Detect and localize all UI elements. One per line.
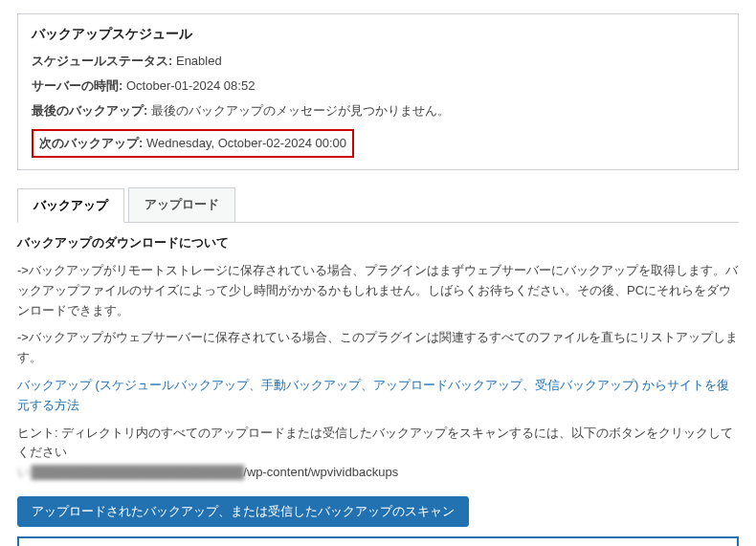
header-backup: バックアップ (54, 537, 207, 546)
section-title: バックアップのダウンロードについて (17, 234, 739, 251)
last-backup: 最後のバックアップ: 最後のバックアップのメッセージが見つかりません。 (32, 102, 724, 120)
header-delete: 削除 (680, 537, 738, 546)
header-checkbox (18, 537, 54, 546)
schedule-status: スケジュールステータス: Enabled (32, 53, 724, 70)
hint-text: ヒント: ディレクトリ内のすべてのアップロードまたは受信したバックアップをスキャ… (17, 424, 739, 483)
server-time: サーバーの時間: October-01-2024 08:52 (32, 77, 724, 95)
panel-title: バックアップスケジュール (32, 26, 724, 43)
info-remote: ->バックアップがリモートストレージに保存されている場合、プラグインはまずウェブ… (17, 261, 739, 320)
backup-table: バックアップ ストレージ ダウンロード 復元 削除 Uploaded Backu… (17, 536, 739, 546)
info-local: ->バックアップがウェブサーバーに保存されている場合、このプラグインは関連するす… (17, 328, 739, 368)
next-backup-highlight: 次のバックアップ: Wednesday, October-02-2024 00:… (32, 129, 354, 158)
tabs: バックアップ アップロード (17, 187, 739, 223)
header-download: ダウンロード (360, 537, 604, 546)
header-restore: 復元 (604, 537, 680, 546)
tab-backup[interactable]: バックアップ (17, 188, 124, 223)
scan-button[interactable]: アップロードされたバックアップ、または受信したバックアップのスキャン (17, 496, 469, 527)
blurred-path: い ███████████████████████████ (17, 465, 243, 479)
header-storage: ストレージ (207, 537, 360, 546)
tab-upload[interactable]: アップロード (128, 187, 235, 222)
restore-guide-link[interactable]: バックアップ (スケジュールバックアップ、手動バックアップ、アップロードバックア… (17, 378, 729, 412)
schedule-panel: バックアップスケジュール スケジュールステータス: Enabled サーバーの時… (17, 13, 739, 170)
